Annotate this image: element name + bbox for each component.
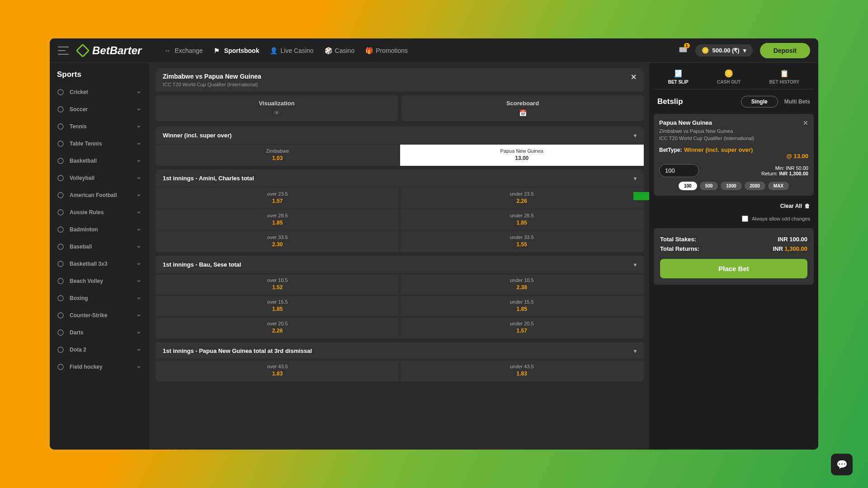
odd-cell[interactable]: under 23.52.26	[400, 188, 644, 209]
quick-stake-1000[interactable]: 1000	[721, 182, 741, 190]
bet-card: Papua New Guinea ✕ Zimbabwe vs Papua New…	[654, 114, 814, 196]
menu-icon[interactable]	[58, 47, 69, 55]
nav-casino[interactable]: 🎲Casino	[325, 47, 355, 54]
market-header[interactable]: 1st innings - Amini, Charles total	[156, 169, 644, 187]
sidebar-item-beach-volley[interactable]: Beach Volley	[50, 272, 150, 290]
betslip-title: Betslip	[657, 97, 683, 106]
odd-cell[interactable]: over 23.51.57	[156, 188, 400, 209]
history-icon: 📋	[769, 69, 800, 78]
eye-icon: 👁	[160, 109, 393, 117]
sidebar-item-volleyball[interactable]: Volleyball	[50, 169, 150, 187]
odd-cell[interactable]: over 20.52.26	[156, 317, 400, 338]
mode-single[interactable]: Single	[741, 96, 778, 108]
sidebar-item-darts[interactable]: Darts	[50, 324, 150, 341]
odd-cell[interactable]: under 43.51.83	[400, 360, 644, 381]
chevron-down-icon: ▾	[743, 47, 746, 54]
sidebar-item-basketball-3x3[interactable]: Basketball 3x3	[50, 255, 150, 272]
odd-cell[interactable]: over 33.52.30	[156, 231, 400, 252]
svg-point-15	[58, 347, 63, 352]
tab-cashout[interactable]: 🪙CASH OUT	[717, 69, 741, 84]
bet-league: ICC T20 World Cup Qualifier (Internation…	[659, 136, 808, 141]
market-header[interactable]: 1st innings - Bau, Sese total	[156, 256, 644, 273]
event-title: Zimbabwe vs Papua New Guinea	[163, 73, 261, 80]
odd-cell[interactable]: under 33.51.55	[400, 231, 644, 252]
sidebar-item-dota-2[interactable]: Dota 2	[50, 341, 150, 358]
svg-point-14	[58, 330, 63, 335]
svg-point-8	[58, 227, 63, 232]
tab-betslip[interactable]: 🧾BET SLIP	[668, 69, 689, 84]
deposit-button[interactable]: Deposit	[760, 43, 810, 58]
odd-cell[interactable]: under 10.52.38	[400, 274, 644, 295]
odd-cell[interactable]: over 15.51.85	[156, 296, 400, 317]
odd-cell[interactable]: under 15.51.85	[400, 296, 644, 317]
tab-visualization[interactable]: Visualization 👁	[156, 95, 398, 121]
tab-scoreboard[interactable]: Scoreboard 📅	[401, 95, 644, 121]
mode-multi[interactable]: Multi Bets	[784, 99, 810, 105]
quick-stake-100[interactable]: 100	[679, 182, 697, 190]
market: 1st innings - Papua New Guinea total at …	[156, 342, 644, 381]
nav-sportsbook[interactable]: ⚑Sportsbook	[214, 47, 259, 54]
svg-point-4	[58, 158, 63, 164]
svg-point-10	[58, 261, 63, 267]
nav-icon: 👤	[270, 47, 277, 54]
bet-return: INR 1,300.00	[779, 171, 808, 176]
sidebar-item-badminton[interactable]: Badminton	[50, 221, 150, 238]
stake-input[interactable]	[659, 164, 699, 177]
market: Winner (incl. super over)Zimbabwe1.03Pap…	[156, 127, 644, 166]
quick-stake-max[interactable]: MAX	[768, 182, 789, 190]
odd-cell[interactable]: over 10.51.52	[156, 274, 400, 295]
odd-cell[interactable]: Papua New Guinea13.00	[400, 145, 644, 166]
tab-history[interactable]: 📋BET HISTORY	[769, 69, 800, 84]
sidebar-item-aussie-rules[interactable]: Aussie Rules	[50, 204, 150, 221]
sidebar-item-baseball[interactable]: Baseball	[50, 238, 150, 255]
sidebar-item-counter-strike[interactable]: Counter-Strike	[50, 307, 150, 324]
quick-stake-500[interactable]: 500	[700, 182, 718, 190]
allow-odds-checkbox[interactable]	[742, 216, 748, 222]
sidebar-item-basketball[interactable]: Basketball	[50, 152, 150, 169]
total-returns: 1,300.00	[784, 245, 807, 252]
nav-live-casino[interactable]: 👤Live Casino	[270, 47, 313, 54]
nav-icon: ↔	[164, 47, 171, 54]
svg-point-2	[58, 124, 63, 129]
odd-cell[interactable]: under 28.51.85	[400, 209, 644, 230]
odd-cell[interactable]: over 43.51.83	[156, 360, 400, 381]
totals-card: Total Stakes:INR 100.00 Total Returns:IN…	[654, 228, 814, 285]
main-content: Zimbabwe vs Papua New Guinea ICC T20 Wor…	[150, 63, 649, 450]
place-bet-button[interactable]: Place Bet	[660, 259, 807, 278]
sidebar-item-soccer[interactable]: Soccer	[50, 101, 150, 118]
close-icon[interactable]: ✕	[631, 73, 637, 81]
odd-cell[interactable]: Zimbabwe1.03	[156, 145, 400, 166]
calendar-icon: 📅	[406, 109, 639, 117]
nav-exchange[interactable]: ↔Exchange	[164, 47, 203, 54]
sidebar-item-tennis[interactable]: Tennis	[50, 118, 150, 135]
svg-point-7	[58, 210, 63, 215]
odd-cell[interactable]: under 20.51.57	[400, 317, 644, 338]
coins-icon: 🪙	[717, 69, 741, 78]
sidebar-item-boxing[interactable]: Boxing	[50, 290, 150, 307]
svg-point-16	[58, 364, 63, 370]
clear-all-button[interactable]: Clear All 🗑	[654, 200, 814, 212]
bet-odds: @ 13.00	[786, 153, 808, 160]
market-header[interactable]: 1st innings - Papua New Guinea total at …	[156, 342, 644, 360]
market-header[interactable]: Winner (incl. super over)	[156, 127, 644, 144]
odd-cell[interactable]: over 28.51.85	[156, 209, 400, 230]
notif-badge: 1	[684, 43, 690, 48]
sidebar-item-field-hockey[interactable]: Field hockey	[50, 358, 150, 375]
trash-icon: 🗑	[805, 203, 810, 209]
remove-bet-icon[interactable]: ✕	[803, 119, 808, 127]
svg-point-6	[58, 192, 63, 198]
nav-promotions[interactable]: 🎁Promotions	[365, 47, 408, 54]
event-header: Zimbabwe vs Papua New Guinea ICC T20 Wor…	[156, 68, 644, 92]
balance-pill[interactable]: 🪙 500.00 (₹) ▾	[695, 44, 753, 56]
bet-selection: Papua New Guinea	[659, 119, 712, 127]
brand-logo[interactable]: BetBarter	[78, 44, 142, 57]
sidebar-item-american-football[interactable]: American Football	[50, 187, 150, 204]
nav-icon: ⚑	[214, 47, 221, 54]
betslip-panel: 🧾BET SLIP 🪙CASH OUT 📋BET HISTORY Betslip…	[649, 63, 818, 450]
bet-type: Winner (incl. super over)	[684, 146, 753, 153]
notifications-icon[interactable]: 1	[678, 45, 688, 56]
quick-stake-2000[interactable]: 2000	[745, 182, 765, 190]
sidebar-item-cricket[interactable]: Cricket	[50, 84, 150, 101]
sidebar-item-table-tennis[interactable]: Table Tennis	[50, 135, 150, 152]
nav-icon: 🎲	[325, 47, 332, 54]
